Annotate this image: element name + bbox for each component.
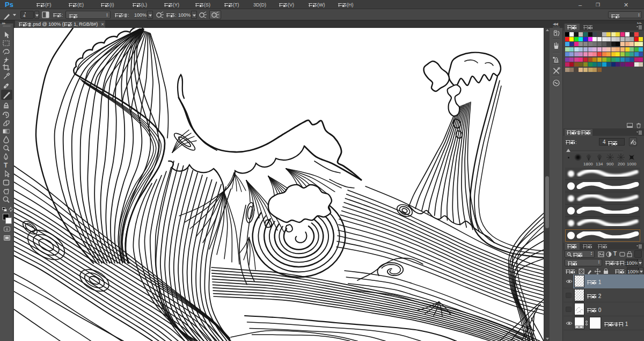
svg-text:T: T: [4, 162, 8, 169]
